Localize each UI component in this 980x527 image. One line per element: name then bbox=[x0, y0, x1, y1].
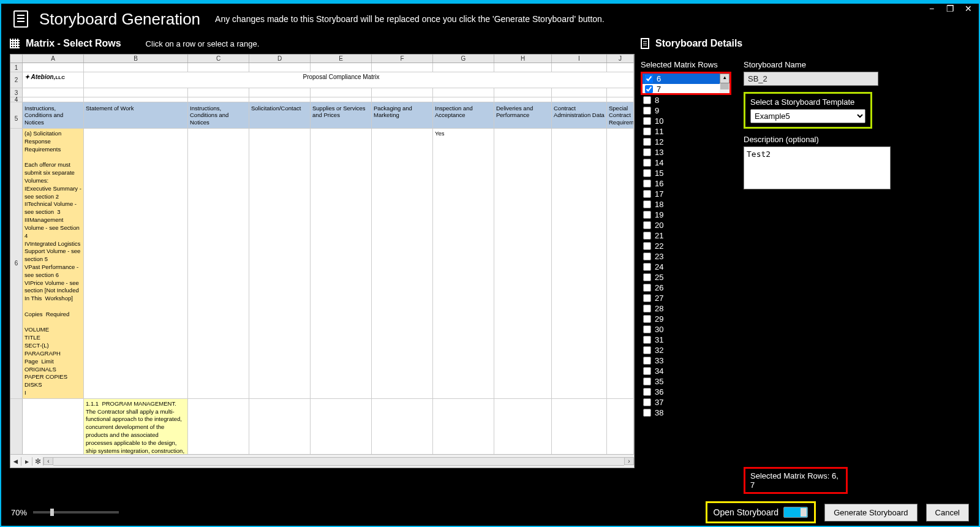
grid-row-2[interactable]: 2 ✦ Atebion,LLC Proposal Compliance Matr… bbox=[10, 72, 634, 88]
rows-scrollbar[interactable]: ▴ bbox=[720, 74, 729, 93]
row-checkbox-input-32[interactable] bbox=[643, 346, 651, 354]
row-checkbox-input-20[interactable] bbox=[643, 221, 651, 229]
row-checkbox-21[interactable]: 21 bbox=[641, 230, 733, 241]
col-header-I[interactable]: I bbox=[552, 55, 607, 63]
row-checkbox-8[interactable]: 8 bbox=[641, 95, 733, 105]
row-checkbox-input-28[interactable] bbox=[643, 305, 651, 313]
row-checkbox-32[interactable]: 32 bbox=[641, 345, 733, 355]
col-header-D[interactable]: D bbox=[249, 55, 311, 63]
row-checkbox-37[interactable]: 37 bbox=[641, 397, 733, 408]
row-checkbox-input-14[interactable] bbox=[643, 159, 651, 167]
row-checkbox-input-6[interactable] bbox=[645, 75, 653, 83]
grid-row-5-headers[interactable]: 5 Instructions, Conditions and Notices S… bbox=[10, 102, 634, 129]
row-checkbox-36[interactable]: 36 bbox=[641, 387, 733, 397]
row-checkbox-input-8[interactable] bbox=[643, 96, 651, 104]
row-checkbox-input-31[interactable] bbox=[643, 336, 651, 344]
row-checkbox-27[interactable]: 27 bbox=[641, 293, 733, 303]
row-checkbox-input-30[interactable] bbox=[643, 325, 651, 333]
row-checkbox-34[interactable]: 34 bbox=[641, 366, 733, 376]
row-checkbox-23[interactable]: 23 bbox=[641, 251, 733, 262]
row-checkbox-17[interactable]: 17 bbox=[641, 189, 733, 199]
row-header-6[interactable]: 6 bbox=[10, 129, 23, 398]
row-checkbox-input-21[interactable] bbox=[643, 232, 651, 240]
row-header-7[interactable]: 7 bbox=[10, 399, 23, 454]
storyboard-name-input[interactable] bbox=[744, 72, 878, 86]
grid-row-6[interactable]: 6 (a) Solicitation Response Requirements… bbox=[10, 129, 634, 399]
row-checkbox-input-15[interactable] bbox=[643, 169, 651, 177]
col-header-F[interactable]: F bbox=[372, 55, 433, 63]
selected-rows-list[interactable]: 67 ▴ bbox=[641, 72, 731, 95]
row-checkbox-input-19[interactable] bbox=[643, 211, 651, 219]
row-checkbox-18[interactable]: 18 bbox=[641, 199, 733, 210]
row-checkbox-input-36[interactable] bbox=[643, 388, 651, 396]
row-checkbox-input-13[interactable] bbox=[643, 148, 651, 156]
row-checkbox-30[interactable]: 30 bbox=[641, 324, 733, 335]
col-header-H[interactable]: H bbox=[494, 55, 552, 63]
minimize-button[interactable]: − bbox=[926, 4, 937, 13]
grid-row-7[interactable]: 7 1.1.1 PROGRAM MANAGEMENT. The Contract… bbox=[10, 399, 634, 454]
row-checkbox-16[interactable]: 16 bbox=[641, 178, 733, 189]
row-checkbox-38[interactable]: 38 bbox=[641, 408, 733, 418]
zoom-slider[interactable] bbox=[33, 511, 119, 514]
row-checkbox-26[interactable]: 26 bbox=[641, 282, 733, 293]
col-header-A[interactable]: A bbox=[23, 55, 84, 63]
close-button[interactable]: ✕ bbox=[963, 4, 974, 13]
row-checkbox-input-9[interactable] bbox=[643, 107, 651, 115]
row-checkbox-input-22[interactable] bbox=[643, 242, 651, 250]
row-checkbox-input-24[interactable] bbox=[643, 263, 651, 271]
row-checkbox-24[interactable]: 24 bbox=[641, 262, 733, 272]
cancel-button[interactable]: Cancel bbox=[926, 504, 969, 521]
col-header-C[interactable]: C bbox=[188, 55, 249, 63]
grid-row-3[interactable]: 3 bbox=[10, 88, 634, 97]
sheet-nav-first[interactable]: ◄ bbox=[10, 457, 21, 466]
open-storyboard-toggle[interactable] bbox=[783, 507, 808, 518]
hscroll-right[interactable]: › bbox=[624, 457, 634, 465]
row-header-1[interactable]: 1 bbox=[10, 63, 23, 72]
row-checkbox-input-35[interactable] bbox=[643, 377, 651, 385]
row-checkbox-input-33[interactable] bbox=[643, 357, 651, 365]
row-checkbox-input-12[interactable] bbox=[643, 138, 651, 146]
description-input[interactable]: Test2 bbox=[744, 146, 891, 189]
row-checkbox-19[interactable]: 19 bbox=[641, 210, 733, 220]
row-checkbox-input-7[interactable] bbox=[645, 85, 653, 93]
row-checkbox-35[interactable]: 35 bbox=[641, 376, 733, 387]
row-checkbox-22[interactable]: 22 bbox=[641, 241, 733, 251]
sheet-nav-prev[interactable]: ▸ bbox=[21, 457, 32, 466]
col-header-J[interactable]: J bbox=[607, 55, 634, 63]
row-checkbox-29[interactable]: 29 bbox=[641, 314, 733, 324]
row-checkbox-input-18[interactable] bbox=[643, 200, 651, 208]
row-checkbox-input-25[interactable] bbox=[643, 273, 651, 281]
row-checkbox-7[interactable]: 7 bbox=[643, 84, 729, 94]
row-checkbox-20[interactable]: 20 bbox=[641, 220, 733, 230]
row-checkbox-33[interactable]: 33 bbox=[641, 355, 733, 366]
sheet-tab-add[interactable]: ✻ bbox=[32, 457, 43, 466]
row-header-3[interactable]: 3 bbox=[10, 88, 23, 97]
row-checkbox-input-11[interactable] bbox=[643, 127, 651, 135]
row-checkbox-input-37[interactable] bbox=[643, 398, 651, 406]
row-checkbox-14[interactable]: 14 bbox=[641, 157, 733, 168]
horizontal-scrollbar[interactable]: ‹ › bbox=[43, 457, 634, 466]
grid-row-1[interactable]: 1 bbox=[10, 63, 634, 72]
row-checkbox-input-34[interactable] bbox=[643, 367, 651, 375]
row-checkbox-6[interactable]: 6 bbox=[643, 74, 729, 84]
generate-storyboard-button[interactable]: Generate Storyboard bbox=[824, 504, 917, 521]
scroll-up-icon[interactable]: ▴ bbox=[720, 74, 729, 83]
matrix-grid[interactable]: A B C D E F G H I J 1 2 ✦ Atebion,LLC bbox=[10, 54, 635, 468]
row-checkbox-input-23[interactable] bbox=[643, 252, 651, 260]
row-checkbox-input-27[interactable] bbox=[643, 294, 651, 302]
row-checkbox-12[interactable]: 12 bbox=[641, 137, 733, 147]
row-checkbox-9[interactable]: 9 bbox=[641, 105, 733, 116]
row-checkbox-28[interactable]: 28 bbox=[641, 303, 733, 314]
row-checkbox-13[interactable]: 13 bbox=[641, 147, 733, 157]
row-checkbox-input-10[interactable] bbox=[643, 117, 651, 125]
row-checkbox-25[interactable]: 25 bbox=[641, 272, 733, 282]
row-checkbox-10[interactable]: 10 bbox=[641, 116, 733, 126]
row-checkbox-input-38[interactable] bbox=[643, 409, 651, 417]
row-header-4[interactable]: 4 bbox=[10, 97, 23, 102]
row-checkbox-11[interactable]: 11 bbox=[641, 126, 733, 137]
row-checkbox-input-29[interactable] bbox=[643, 315, 651, 323]
row-checkbox-15[interactable]: 15 bbox=[641, 168, 733, 178]
unselected-rows-list[interactable]: 8910111213141516171819202122232425262728… bbox=[641, 95, 733, 463]
row-checkbox-input-26[interactable] bbox=[643, 284, 651, 292]
row-header-2[interactable]: 2 bbox=[10, 72, 23, 88]
